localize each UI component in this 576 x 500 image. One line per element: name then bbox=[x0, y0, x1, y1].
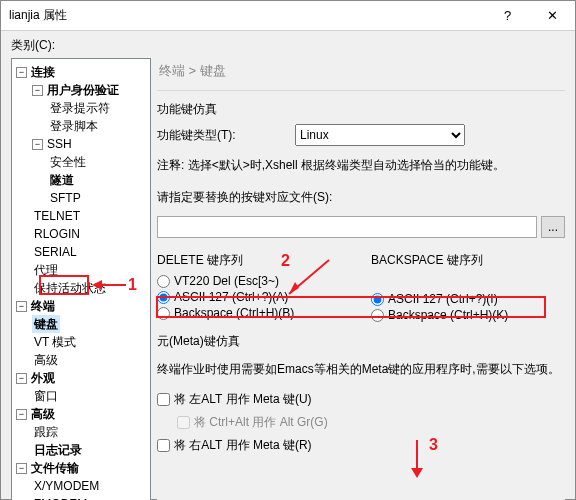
tree-conn[interactable]: 连接 bbox=[29, 63, 57, 81]
tree-sftp[interactable]: SFTP bbox=[48, 189, 83, 207]
tree-advanced2[interactable]: 高级 bbox=[29, 405, 57, 423]
expand-icon[interactable]: − bbox=[16, 373, 27, 384]
meta-title: 元(Meta)键仿真 bbox=[157, 333, 565, 350]
expand-icon[interactable]: − bbox=[16, 301, 27, 312]
tree-appearance[interactable]: 外观 bbox=[29, 369, 57, 387]
backspace-group-title: BACKSPACE 键序列 bbox=[371, 252, 565, 269]
category-label: 类别(C): bbox=[11, 37, 565, 54]
tree-loginscript[interactable]: 登录脚本 bbox=[48, 117, 100, 135]
help-button[interactable]: ? bbox=[485, 1, 530, 31]
expand-icon[interactable]: − bbox=[16, 409, 27, 420]
delete-opt-vt220[interactable] bbox=[157, 275, 170, 288]
chk-left-alt-meta[interactable] bbox=[157, 393, 170, 406]
fnkey-type-select[interactable]: Linux bbox=[295, 124, 465, 146]
window-title: lianjia 属性 bbox=[9, 7, 485, 24]
tree-security[interactable]: 安全性 bbox=[48, 153, 88, 171]
fnkey-hint: 注释: 选择<默认>时,Xshell 根据终端类型自动选择恰当的功能键。 bbox=[157, 156, 565, 174]
browse-button[interactable]: ... bbox=[541, 216, 565, 238]
annotation-2: 2 bbox=[281, 252, 290, 270]
tree-ssh[interactable]: SSH bbox=[45, 135, 74, 153]
tree-telnet[interactable]: TELNET bbox=[32, 207, 82, 225]
expand-icon[interactable]: − bbox=[16, 463, 27, 474]
fnkey-type-label: 功能键类型(T): bbox=[157, 127, 287, 144]
tree-loginprompt[interactable]: 登录提示符 bbox=[48, 99, 112, 117]
close-button[interactable]: ✕ bbox=[530, 1, 575, 31]
delete-opt-backspace-label: Backspace (Ctrl+H)(B) bbox=[174, 306, 294, 320]
tree-xymodem[interactable]: X/YMODEM bbox=[32, 477, 101, 495]
tree-terminal[interactable]: 终端 bbox=[29, 297, 57, 315]
svg-marker-3 bbox=[411, 468, 423, 478]
tree-window[interactable]: 窗口 bbox=[32, 387, 60, 405]
breadcrumb: 终端 > 键盘 bbox=[157, 58, 565, 91]
chk-ctrlalt-altgr bbox=[177, 416, 190, 429]
backspace-opt-ascii127-label: ASCII 127 (Ctrl+?)(I) bbox=[388, 292, 498, 306]
tree-tunnel[interactable]: 隧道 bbox=[48, 171, 76, 189]
titlebar: lianjia 属性 ? ✕ bbox=[1, 1, 575, 31]
backspace-opt-backspace-label: Backspace (Ctrl+H)(K) bbox=[388, 308, 508, 322]
chk-right-alt-meta-label: 将 右ALT 用作 Meta 键(R) bbox=[174, 437, 312, 454]
expand-icon[interactable]: − bbox=[16, 67, 27, 78]
tree-userauth[interactable]: 用户身份验证 bbox=[45, 81, 121, 99]
tree-proxy[interactable]: 代理 bbox=[32, 261, 60, 279]
delete-opt-ascii127-label: ASCII 127 (Ctrl+?)(A) bbox=[174, 290, 288, 304]
delete-opt-backspace[interactable] bbox=[157, 307, 170, 320]
expand-icon[interactable]: − bbox=[32, 139, 43, 150]
tree-keyboard[interactable]: 键盘 bbox=[32, 315, 60, 333]
tree-logging[interactable]: 日志记录 bbox=[32, 441, 84, 459]
tree-serial[interactable]: SERIAL bbox=[32, 243, 79, 261]
tree-zmodem[interactable]: ZMODEM bbox=[32, 495, 89, 500]
tree-filetransfer[interactable]: 文件传输 bbox=[29, 459, 81, 477]
delete-opt-ascii127[interactable] bbox=[157, 291, 170, 304]
annotation-1: 1 bbox=[128, 276, 137, 294]
expand-icon[interactable]: − bbox=[32, 85, 43, 96]
replace-file-label: 请指定要替换的按键对应文件(S): bbox=[157, 188, 565, 206]
replace-file-input[interactable] bbox=[157, 216, 537, 238]
tree-keepalive[interactable]: 保持活动状态 bbox=[32, 279, 108, 297]
tree-rlogin[interactable]: RLOGIN bbox=[32, 225, 82, 243]
chk-right-alt-meta[interactable] bbox=[157, 439, 170, 452]
section-fnkey-title: 功能键仿真 bbox=[157, 101, 565, 118]
backspace-opt-ascii127[interactable] bbox=[371, 293, 384, 306]
annotation-3: 3 bbox=[429, 436, 438, 454]
tree-tracking[interactable]: 跟踪 bbox=[32, 423, 60, 441]
tree-advanced[interactable]: 高级 bbox=[32, 351, 60, 369]
tree-vtmode[interactable]: VT 模式 bbox=[32, 333, 78, 351]
delete-group-title: DELETE 键序列 bbox=[157, 252, 351, 269]
delete-opt-vt220-label: VT220 Del (Esc[3~) bbox=[174, 274, 279, 288]
backspace-opt-backspace[interactable] bbox=[371, 309, 384, 322]
chk-left-alt-meta-label: 将 左ALT 用作 Meta 键(U) bbox=[174, 391, 312, 408]
chk-ctrlalt-altgr-label: 将 Ctrl+Alt 用作 Alt Gr(G) bbox=[194, 414, 328, 431]
meta-desc: 终端作业时使用需要如Emacs等相关的Meta键的应用程序时,需要以下选项。 bbox=[157, 360, 565, 378]
